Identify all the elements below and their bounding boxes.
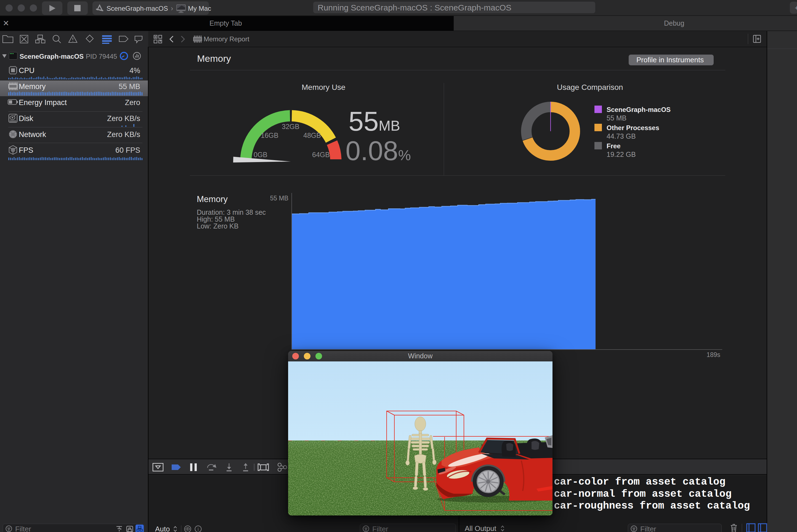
svg-text:i: i [198, 527, 199, 531]
